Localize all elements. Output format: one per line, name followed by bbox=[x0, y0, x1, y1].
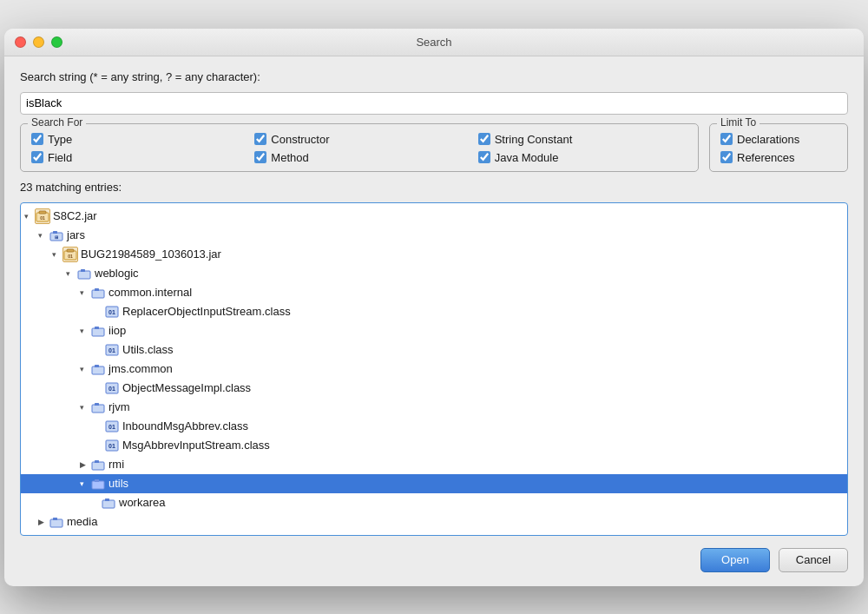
svg-text:01: 01 bbox=[40, 215, 45, 221]
svg-rect-35 bbox=[50, 519, 62, 527]
tree-node[interactable]: ▶ rmi bbox=[21, 455, 847, 474]
package-icon bbox=[90, 323, 106, 339]
jar-icon: 01 bbox=[62, 247, 78, 262]
field-checkbox[interactable] bbox=[31, 151, 43, 163]
tree-node[interactable]: ▾ rjvm bbox=[21, 398, 847, 417]
type-checkbox[interactable] bbox=[31, 133, 43, 145]
options-row: Search For Type Constructor String Const… bbox=[20, 123, 848, 172]
limit-to-group: Limit To Declarations References bbox=[709, 123, 848, 172]
expand-arrow: ▾ bbox=[24, 212, 35, 221]
tree-node[interactable]: ▾ 01 S8C2.jar bbox=[21, 207, 847, 226]
close-button[interactable] bbox=[15, 36, 26, 48]
string-constant-checkbox-label[interactable]: String Constant bbox=[478, 133, 687, 146]
references-checkbox-label[interactable]: References bbox=[720, 151, 837, 164]
node-label: ReplacerObjectInputStream.class bbox=[122, 305, 291, 318]
expand-arrow: ▾ bbox=[66, 269, 76, 278]
method-label: Method bbox=[271, 151, 308, 164]
tree-node[interactable]: 01 Utils.class bbox=[21, 340, 847, 360]
search-for-checkboxes: Type Constructor String Constant Field bbox=[31, 133, 687, 164]
string-constant-checkbox[interactable] bbox=[478, 133, 490, 145]
node-label: MsgAbbrevInputStream.class bbox=[122, 439, 270, 452]
limit-to-label: Limit To bbox=[717, 116, 760, 129]
node-label: media bbox=[67, 515, 97, 528]
node-label: ObjectMessageImpl.class bbox=[122, 381, 251, 394]
svg-rect-19 bbox=[92, 366, 104, 374]
search-for-label: Search For bbox=[28, 116, 86, 129]
java-module-checkbox[interactable] bbox=[478, 151, 490, 163]
svg-rect-33 bbox=[102, 500, 115, 508]
svg-rect-11 bbox=[92, 290, 104, 298]
svg-rect-15 bbox=[92, 328, 104, 336]
svg-rect-29 bbox=[92, 462, 104, 470]
jar-icon: 01 bbox=[35, 208, 50, 224]
tree-node[interactable]: ▾ jms.common bbox=[21, 360, 847, 379]
results-label: 23 matching entries: bbox=[20, 181, 848, 194]
search-label: Search string (* = any string, ? = any c… bbox=[20, 70, 848, 83]
package-icon bbox=[90, 476, 106, 492]
search-input[interactable] bbox=[20, 92, 848, 115]
type-checkbox-label[interactable]: Type bbox=[31, 133, 240, 146]
tree-node[interactable]: 01 InboundMsgAbbrev.class bbox=[21, 417, 847, 436]
node-label: Utils.class bbox=[122, 343, 174, 356]
svg-text:01: 01 bbox=[108, 386, 115, 392]
class-icon: 01 bbox=[104, 342, 120, 358]
expand-arrow: ▾ bbox=[80, 327, 90, 335]
java-module-checkbox-label[interactable]: Java Module bbox=[478, 151, 687, 164]
class-icon: 01 bbox=[104, 380, 120, 396]
svg-text:01: 01 bbox=[108, 443, 115, 449]
expand-arrow: ▶ bbox=[38, 518, 49, 526]
expand-arrow: ▾ bbox=[80, 288, 90, 297]
node-label: weblogic bbox=[95, 267, 139, 280]
declarations-checkbox[interactable] bbox=[720, 133, 733, 145]
svg-rect-10 bbox=[81, 269, 85, 272]
tree-node[interactable]: 01 MsgAbbrevInputStream.class bbox=[21, 436, 847, 455]
node-label: BUG21984589_1036013.jar bbox=[81, 248, 221, 261]
method-checkbox-label[interactable]: Method bbox=[254, 151, 464, 164]
svg-rect-23 bbox=[92, 405, 104, 413]
svg-rect-24 bbox=[95, 403, 99, 406]
svg-text:01: 01 bbox=[108, 424, 115, 430]
references-checkbox[interactable] bbox=[720, 151, 733, 163]
declarations-checkbox-label[interactable]: Declarations bbox=[720, 133, 837, 146]
search-input-wrapper bbox=[20, 92, 848, 115]
tree-node[interactable]: ▾ weblogic bbox=[21, 264, 847, 283]
tree-node[interactable]: ▾ 01 BUG21984589_1036013.jar bbox=[21, 245, 847, 264]
tree-node[interactable]: ▾ ⊞ jars bbox=[21, 226, 847, 245]
node-label: rmi bbox=[108, 458, 124, 471]
tree-node[interactable]: 01 ReplacerObjectInputStream.class bbox=[21, 302, 847, 321]
package-icon bbox=[101, 495, 116, 511]
constructor-label: Constructor bbox=[271, 133, 329, 146]
results-tree[interactable]: ▾ 01 S8C2.jar ▾ ⊞ jars ▾ 01 bbox=[20, 202, 848, 536]
svg-rect-16 bbox=[95, 327, 99, 329]
svg-rect-30 bbox=[95, 460, 99, 463]
tree-node[interactable]: ▶ media bbox=[21, 512, 847, 531]
limit-to-checkboxes: Declarations References bbox=[720, 133, 837, 164]
constructor-checkbox-label[interactable]: Constructor bbox=[254, 133, 464, 146]
package-icon: ⊞ bbox=[49, 228, 64, 243]
tree-node[interactable]: 01 ObjectMessageImpl.class bbox=[21, 379, 847, 398]
cancel-button[interactable]: Cancel bbox=[779, 548, 848, 572]
svg-rect-7 bbox=[67, 249, 74, 252]
search-for-group: Search For Type Constructor String Const… bbox=[20, 123, 699, 172]
expand-arrow: ▾ bbox=[52, 250, 62, 259]
svg-rect-9 bbox=[78, 271, 90, 279]
package-icon bbox=[90, 399, 106, 415]
node-label: iiop bbox=[108, 324, 126, 337]
class-icon: 01 bbox=[104, 304, 120, 320]
node-label: S8C2.jar bbox=[53, 209, 97, 222]
node-label: InboundMsgAbbrev.class bbox=[122, 419, 248, 432]
svg-rect-34 bbox=[105, 498, 109, 501]
tree-node[interactable]: workarea bbox=[21, 493, 847, 512]
method-checkbox[interactable] bbox=[254, 151, 266, 163]
maximize-button[interactable] bbox=[51, 36, 62, 48]
minimize-button[interactable] bbox=[33, 36, 44, 48]
field-checkbox-label[interactable]: Field bbox=[31, 151, 240, 164]
string-constant-label: String Constant bbox=[495, 133, 573, 146]
svg-rect-1 bbox=[39, 211, 46, 214]
constructor-checkbox[interactable] bbox=[254, 133, 266, 145]
open-button[interactable]: Open bbox=[700, 548, 770, 572]
tree-node[interactable]: ▾ common.internal bbox=[21, 283, 847, 302]
tree-node[interactable]: ▾ utils bbox=[21, 474, 847, 493]
expand-arrow: ▾ bbox=[80, 403, 90, 412]
tree-node[interactable]: ▾ iiop bbox=[21, 321, 847, 340]
